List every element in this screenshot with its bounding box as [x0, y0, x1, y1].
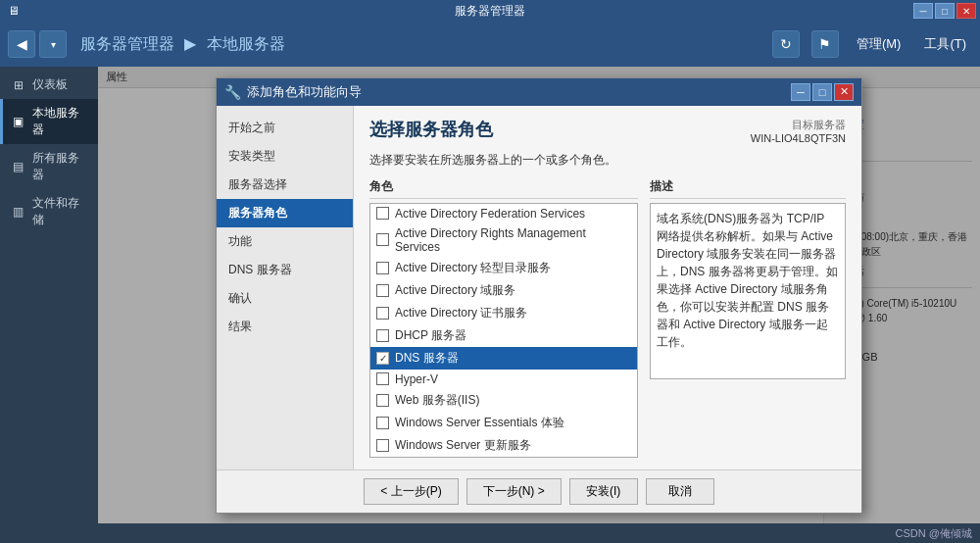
- role-description-text: 域名系统(DNS)服务器为 TCP/IP 网络提供名称解析。如果与 Active…: [650, 203, 846, 379]
- modal-close-btn[interactable]: ✕: [834, 83, 854, 101]
- wizard-nav: 开始之前 安装类型 服务器选择 服务器角色 功能 DNS 服务器 确认 结果: [217, 106, 354, 469]
- role-checkbox[interactable]: [376, 307, 389, 320]
- role-item[interactable]: Windows Server 更新服务: [370, 434, 637, 457]
- role-checkbox[interactable]: [376, 372, 389, 385]
- modal-overlay: 🔧 添加角色和功能向导 ─ □ ✕ 开始之前: [98, 67, 980, 523]
- wizard-step-server-roles[interactable]: 服务器角色: [217, 199, 353, 227]
- wizard-step-before-start[interactable]: 开始之前: [217, 114, 353, 142]
- toolbar-separator: ▶: [184, 35, 196, 52]
- desc-column-header: 描述: [650, 178, 846, 199]
- wizard-content: 选择服务器角色 目标服务器 WIN-LIO4L8QTF3N 选择要安装在所选服务…: [354, 106, 861, 469]
- toolbar-nav: ◀ ▾: [8, 30, 67, 58]
- roles-column: 角色 Active Directory Federation ServicesA…: [369, 178, 638, 458]
- window-minimize-btn[interactable]: ─: [913, 3, 933, 19]
- forward-button[interactable]: ▾: [39, 30, 67, 58]
- modal-maximize-btn[interactable]: □: [812, 83, 832, 101]
- role-label: Windows Server 更新服务: [395, 437, 531, 454]
- role-checkbox[interactable]: [376, 394, 389, 407]
- sidebar: ⊞ 仪表板 ▣ 本地服务器 ▤ 所有服务器 ▥ 文件和存储: [0, 67, 98, 523]
- flag-button[interactable]: ⚑: [811, 30, 839, 58]
- role-label: Active Directory Federation Services: [395, 207, 585, 221]
- role-item[interactable]: Web 服务器(IIS): [370, 389, 637, 412]
- role-item[interactable]: Active Directory 证书服务: [370, 302, 637, 324]
- role-checkbox[interactable]: [376, 284, 389, 297]
- right-panel: 属性 还未 未配置 还未 关闭: [98, 67, 980, 523]
- sidebar-item-file-storage[interactable]: ▥ 文件和存储: [0, 189, 98, 234]
- role-label: DHCP 服务器: [395, 327, 466, 344]
- role-checkbox[interactable]: [376, 207, 389, 220]
- roles-list[interactable]: Active Directory Federation ServicesActi…: [369, 203, 638, 458]
- prev-button[interactable]: < 上一步(P): [364, 478, 458, 505]
- modal-dialog: 🔧 添加角色和功能向导 ─ □ ✕ 开始之前: [216, 77, 862, 514]
- tools-menu[interactable]: 工具(T): [918, 33, 972, 55]
- role-column-header: 角色: [369, 178, 638, 199]
- file-storage-icon: ▥: [11, 204, 26, 220]
- window-maximize-btn[interactable]: □: [935, 3, 955, 19]
- role-label: Active Directory Rights Management Servi…: [395, 226, 631, 254]
- role-item[interactable]: Active Directory 轻型目录服务: [370, 257, 637, 279]
- role-label: DNS 服务器: [395, 350, 459, 367]
- modal-title-bar: 🔧 添加角色和功能向导 ─ □ ✕: [217, 78, 861, 106]
- role-checkbox[interactable]: [376, 417, 389, 429]
- role-label: Active Directory 轻型目录服务: [395, 260, 551, 276]
- modal-icon: 🔧: [224, 84, 241, 100]
- local-server-icon: ▣: [11, 114, 26, 129]
- role-item[interactable]: Windows Server Essentials 体验: [370, 412, 637, 434]
- role-item[interactable]: Hyper-V: [370, 370, 637, 389]
- roles-section: 角色 Active Directory Federation ServicesA…: [369, 178, 846, 458]
- toolbar-right: ↻ ⚑ 管理(M) 工具(T): [772, 30, 972, 58]
- modal-minimize-btn[interactable]: ─: [791, 83, 810, 101]
- role-item[interactable]: Windows 部署服务: [370, 457, 637, 458]
- modal-title-controls: ─ □ ✕: [791, 83, 854, 101]
- dashboard-icon: ⊞: [11, 77, 26, 93]
- sidebar-item-label: 文件和存储: [32, 195, 90, 228]
- role-item[interactable]: Active Directory Federation Services: [370, 204, 637, 223]
- role-checkbox[interactable]: [376, 439, 389, 452]
- sidebar-item-label: 仪表板: [32, 76, 68, 93]
- window-close-btn[interactable]: ✕: [956, 3, 976, 19]
- wizard-description: 选择要安装在所选服务器上的一个或多个角色。: [369, 152, 846, 169]
- role-item[interactable]: DNS 服务器: [370, 347, 637, 370]
- main-window: ◀ ▾ 服务器管理器 ▶ 本地服务器 ↻ ⚑ 管理(M) 工具(T) ⊞ 仪表板…: [0, 22, 980, 543]
- all-servers-icon: ▤: [11, 159, 26, 174]
- cancel-button[interactable]: 取消: [646, 478, 714, 505]
- role-checkbox[interactable]: [376, 329, 389, 342]
- sidebar-item-dashboard[interactable]: ⊞ 仪表板: [0, 71, 98, 99]
- wizard-step-features[interactable]: 功能: [217, 227, 353, 256]
- sidebar-item-local-server[interactable]: ▣ 本地服务器: [0, 99, 98, 144]
- role-label: Web 服务器(IIS): [395, 392, 479, 409]
- modal-title: 添加角色和功能向导: [247, 83, 362, 101]
- role-item[interactable]: Active Directory 域服务: [370, 279, 637, 302]
- wizard-step-server-select[interactable]: 服务器选择: [217, 171, 353, 199]
- role-checkbox[interactable]: [376, 352, 389, 365]
- wizard-step-confirm[interactable]: 确认: [217, 284, 353, 313]
- status-text: CSDN @俺倾城: [896, 526, 972, 541]
- refresh-button[interactable]: ↻: [772, 30, 800, 58]
- wizard-step-install-type[interactable]: 安装类型: [217, 142, 353, 171]
- sidebar-item-all-servers[interactable]: ▤ 所有服务器: [0, 144, 98, 189]
- wizard-step-result[interactable]: 结果: [217, 313, 353, 341]
- target-server-label: 目标服务器: [751, 118, 846, 132]
- wizard-content-title: 选择服务器角色: [369, 118, 493, 141]
- manage-menu[interactable]: 管理(M): [851, 33, 907, 55]
- toolbar: ◀ ▾ 服务器管理器 ▶ 本地服务器 ↻ ⚑ 管理(M) 工具(T): [0, 22, 980, 67]
- target-server-name: WIN-LIO4L8QTF3N: [751, 132, 846, 144]
- role-label: Active Directory 域服务: [395, 282, 515, 299]
- modal-body: 开始之前 安装类型 服务器选择 服务器角色 功能 DNS 服务器 确认 结果: [217, 106, 861, 469]
- role-label: Active Directory 证书服务: [395, 305, 527, 321]
- wizard-header: 选择服务器角色 目标服务器 WIN-LIO4L8QTF3N: [369, 118, 846, 144]
- role-checkbox[interactable]: [376, 233, 389, 246]
- next-button[interactable]: 下一步(N) >: [466, 478, 562, 505]
- wizard-step-dns[interactable]: DNS 服务器: [217, 256, 353, 284]
- back-button[interactable]: ◀: [8, 30, 35, 58]
- target-server-info: 目标服务器 WIN-LIO4L8QTF3N: [751, 118, 846, 144]
- role-label: Windows Server Essentials 体验: [395, 415, 564, 431]
- content-area: ⊞ 仪表板 ▣ 本地服务器 ▤ 所有服务器 ▥ 文件和存储 属性: [0, 67, 980, 523]
- desc-column: 描述 域名系统(DNS)服务器为 TCP/IP 网络提供名称解析。如果与 Act…: [650, 178, 846, 458]
- role-item[interactable]: DHCP 服务器: [370, 324, 637, 347]
- role-checkbox[interactable]: [376, 262, 389, 274]
- role-item[interactable]: Active Directory Rights Management Servi…: [370, 223, 637, 257]
- sidebar-item-label: 本地服务器: [32, 105, 90, 138]
- title-bar-text: 服务器管理器: [455, 3, 525, 20]
- install-button[interactable]: 安装(I): [569, 478, 638, 505]
